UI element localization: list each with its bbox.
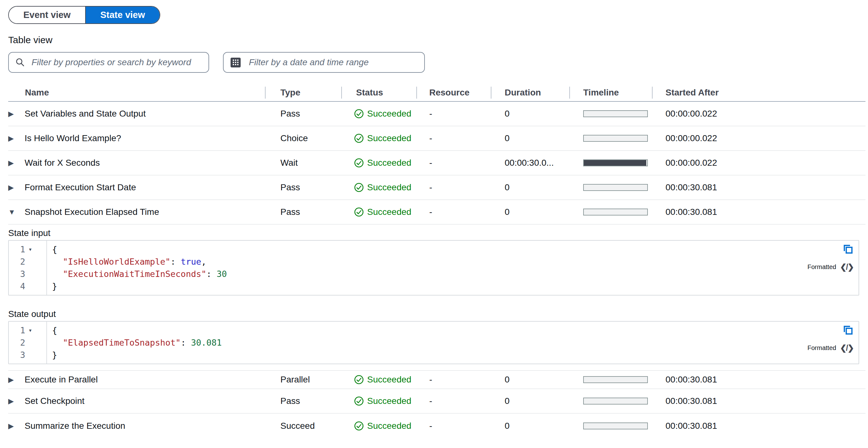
state-resource: - <box>429 109 432 119</box>
status-badge: Succeeded <box>354 375 411 385</box>
succeeded-check-icon <box>354 396 364 406</box>
state-name: Snapshot Execution Elapsed Time <box>25 207 159 217</box>
fold-spacer <box>25 268 46 280</box>
code-line: 3 "ExecutionWaitTimeInSeconds": 30 <box>9 268 859 280</box>
state-type: Pass <box>280 109 300 119</box>
state-output-heading: State output <box>8 309 866 319</box>
format-toggle[interactable]: Formatted ❮/❯ <box>807 261 854 273</box>
status-badge: Succeeded <box>354 133 411 143</box>
status-label: Succeeded <box>367 182 411 193</box>
column-header-started-after: Started After <box>665 88 719 98</box>
succeeded-check-icon <box>354 133 364 143</box>
expand-row-icon[interactable]: ▶ <box>8 159 14 167</box>
search-icon <box>15 57 25 67</box>
date-range-input[interactable] <box>223 52 425 73</box>
state-type: Wait <box>280 158 298 168</box>
expand-row-icon[interactable]: ▶ <box>8 134 14 143</box>
status-label: Succeeded <box>367 375 411 385</box>
column-header-timeline: Timeline <box>583 88 619 98</box>
formatted-label: Formatted <box>807 261 836 273</box>
code-view-icon: ❮/❯ <box>840 342 854 354</box>
search-input[interactable] <box>8 52 209 73</box>
code-view-icon: ❮/❯ <box>840 261 854 273</box>
table-row: ▶ Execute in Parallel Parallel Succeeded… <box>8 371 866 389</box>
state-view-button[interactable]: State view <box>86 7 160 23</box>
fold-spacer <box>25 337 46 349</box>
date-range-filter <box>223 52 425 73</box>
timeline-bar <box>583 398 648 405</box>
event-view-button[interactable]: Event view <box>9 7 86 23</box>
state-name: Set Checkpoint <box>25 396 85 406</box>
code-text: , <box>201 257 206 267</box>
state-input-heading: State input <box>8 228 866 239</box>
json-key: "IsHelloWorldExample" <box>63 257 170 267</box>
timeline-bar <box>583 376 648 383</box>
state-duration: 0 <box>505 375 510 385</box>
table-row: ▶ Set Checkpoint Pass Succeeded - 0 00:0… <box>8 389 866 414</box>
code-text: } <box>52 350 57 360</box>
table-header: Name Type Status Resource Duration Timel… <box>8 84 866 102</box>
line-number: 1 <box>9 243 25 255</box>
state-resource: - <box>429 207 432 217</box>
state-type: Succeed <box>280 421 315 431</box>
column-header-duration: Duration <box>505 88 541 98</box>
started-after: 00:00:30.081 <box>665 421 717 431</box>
gutter-divider <box>46 241 47 295</box>
fold-spacer <box>25 255 46 268</box>
json-boolean: true <box>181 257 201 267</box>
status-label: Succeeded <box>367 109 411 119</box>
state-resource: - <box>429 133 432 143</box>
fold-toggle-icon[interactable]: ▾ <box>25 243 46 255</box>
code-text: : <box>206 269 217 279</box>
expand-row-icon[interactable]: ▶ <box>8 183 14 192</box>
column-header-type: Type <box>280 88 300 98</box>
collapse-row-icon[interactable]: ▼ <box>8 208 16 216</box>
calendar-icon <box>230 57 241 68</box>
json-key: "ElapsedTimeToSnapshot" <box>63 338 181 347</box>
status-label: Succeeded <box>367 207 411 217</box>
gutter-divider <box>46 322 47 364</box>
timeline-bar <box>583 184 648 191</box>
table-row: ▶ Wait for X Seconds Wait Succeeded - 00… <box>8 151 866 175</box>
json-key: "ExecutionWaitTimeInSeconds" <box>63 269 206 279</box>
timeline-bar <box>583 209 648 215</box>
status-badge: Succeeded <box>354 109 411 119</box>
code-line: 3 } <box>9 349 859 361</box>
code-text: { <box>52 325 57 335</box>
expand-row-icon[interactable]: ▶ <box>8 110 14 118</box>
timeline-bar <box>583 135 648 142</box>
state-name: Is Hello World Example? <box>25 133 121 143</box>
state-duration: 0 <box>505 109 510 119</box>
status-label: Succeeded <box>367 396 411 406</box>
state-name: Wait for X Seconds <box>25 158 100 168</box>
code-line: 4 } <box>9 280 859 292</box>
fold-toggle-icon[interactable]: ▾ <box>25 324 46 337</box>
table-row: ▶ Summarize the Execution Succeed Succee… <box>8 414 866 438</box>
status-label: Succeeded <box>367 421 411 431</box>
copy-button[interactable] <box>843 325 854 337</box>
json-number: 30 <box>217 269 227 279</box>
state-type: Choice <box>280 133 308 143</box>
status-badge: Succeeded <box>354 182 411 193</box>
started-after: 00:00:30.081 <box>665 182 717 193</box>
column-divider <box>416 87 417 99</box>
expand-row-icon[interactable]: ▶ <box>8 422 14 430</box>
state-type: Pass <box>280 396 300 406</box>
column-divider <box>265 87 266 99</box>
property-filter <box>8 52 209 73</box>
expanded-state-detail: State input 1 ▾ { 2 "IsHelloWorldExample… <box>8 225 866 371</box>
status-label: Succeeded <box>367 158 411 168</box>
timeline-bar <box>583 110 648 117</box>
line-number: 1 <box>9 324 25 337</box>
state-name: Set Variables and State Output <box>25 109 146 119</box>
succeeded-check-icon <box>354 421 364 431</box>
column-header-status: Status <box>356 88 383 98</box>
copy-button[interactable] <box>843 244 854 255</box>
format-toggle[interactable]: Formatted ❮/❯ <box>807 342 854 354</box>
succeeded-check-icon <box>354 158 364 168</box>
state-type: Pass <box>280 182 300 193</box>
expand-row-icon[interactable]: ▶ <box>8 376 14 384</box>
status-label: Succeeded <box>367 133 411 143</box>
started-after: 00:00:30.081 <box>665 375 717 385</box>
expand-row-icon[interactable]: ▶ <box>8 397 14 406</box>
